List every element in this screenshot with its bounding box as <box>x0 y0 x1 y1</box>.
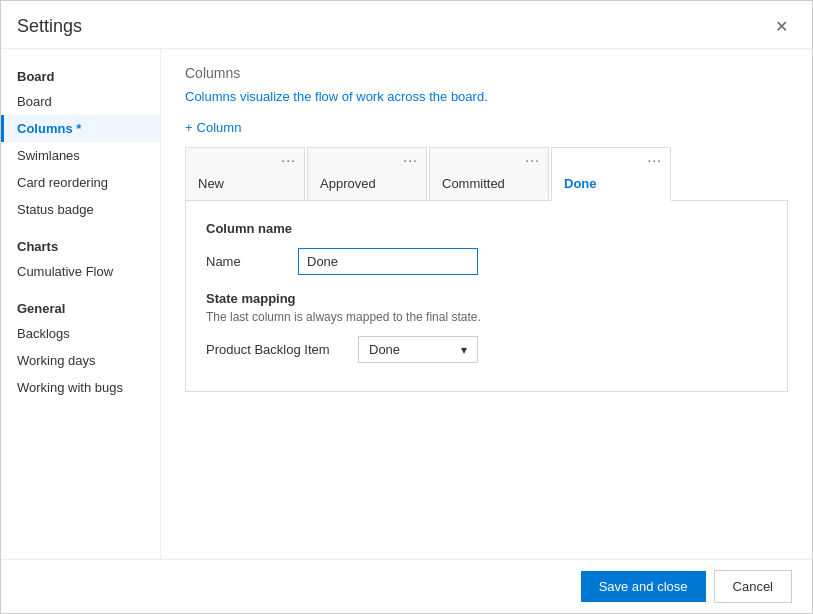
tab-committed[interactable]: ··· Committed <box>429 147 549 200</box>
columns-tabs: ··· New ··· Approved ··· Committed ··· D… <box>185 147 788 201</box>
sidebar-item-swimlanes[interactable]: Swimlanes <box>1 142 160 169</box>
add-column-button[interactable]: + Column <box>185 120 241 135</box>
sidebar-item-columns[interactable]: Columns * <box>1 115 160 142</box>
plus-icon: + <box>185 120 193 135</box>
tab-approved-label: Approved <box>308 172 388 199</box>
main-content: Columns Columns visualize the flow of wo… <box>161 49 812 559</box>
state-mapping-title: State mapping <box>206 291 767 306</box>
column-name-section-title: Column name <box>206 221 767 236</box>
save-and-close-button[interactable]: Save and close <box>581 571 706 602</box>
chevron-down-icon: ▾ <box>461 343 467 357</box>
sidebar-item-backlogs[interactable]: Backlogs <box>1 320 160 347</box>
state-mapping-desc: The last column is always mapped to the … <box>206 310 767 324</box>
tab-approved-menu[interactable]: ··· <box>395 148 426 172</box>
tab-new-menu[interactable]: ··· <box>273 148 304 172</box>
tab-new[interactable]: ··· New <box>185 147 305 200</box>
state-mapping-section: State mapping The last column is always … <box>206 291 767 363</box>
sidebar-item-status-badge[interactable]: Status badge <box>1 196 160 223</box>
state-row-product-backlog: Product Backlog Item Done ▾ <box>206 336 767 363</box>
dialog-body: Board Board Columns * Swimlanes Card reo… <box>1 49 812 559</box>
close-button[interactable]: ✕ <box>767 13 796 40</box>
tab-done-label: Done <box>552 172 609 199</box>
sidebar-section-general: General <box>1 293 160 320</box>
cancel-button[interactable]: Cancel <box>714 570 792 603</box>
info-text: Columns visualize the flow of work acros… <box>185 89 788 104</box>
sidebar-item-board[interactable]: Board <box>1 88 160 115</box>
dialog-header: Settings ✕ <box>1 1 812 49</box>
sidebar-section-board: Board <box>1 61 160 88</box>
content-title: Columns <box>185 65 788 81</box>
name-label: Name <box>206 254 286 269</box>
sidebar-section-charts: Charts <box>1 231 160 258</box>
sidebar: Board Board Columns * Swimlanes Card reo… <box>1 49 161 559</box>
state-item-label: Product Backlog Item <box>206 342 346 357</box>
column-name-input[interactable] <box>298 248 478 275</box>
sidebar-item-working-days[interactable]: Working days <box>1 347 160 374</box>
state-select-value: Done <box>369 342 400 357</box>
dialog-footer: Save and close Cancel <box>1 559 812 613</box>
tab-approved[interactable]: ··· Approved <box>307 147 427 200</box>
tab-committed-label: Committed <box>430 172 517 199</box>
tab-done[interactable]: ··· Done <box>551 147 671 201</box>
column-panel: Column name Name State mapping The last … <box>185 201 788 392</box>
tab-committed-menu[interactable]: ··· <box>517 148 548 172</box>
tab-done-menu[interactable]: ··· <box>639 148 670 172</box>
tab-new-label: New <box>186 172 236 199</box>
sidebar-item-working-with-bugs[interactable]: Working with bugs <box>1 374 160 401</box>
sidebar-item-card-reordering[interactable]: Card reordering <box>1 169 160 196</box>
name-field-row: Name <box>206 248 767 275</box>
dialog-title: Settings <box>17 16 82 37</box>
sidebar-item-cumulative-flow[interactable]: Cumulative Flow <box>1 258 160 285</box>
add-column-label: Column <box>197 120 242 135</box>
state-select-done[interactable]: Done ▾ <box>358 336 478 363</box>
settings-dialog: Settings ✕ Board Board Columns * Swimlan… <box>0 0 813 614</box>
